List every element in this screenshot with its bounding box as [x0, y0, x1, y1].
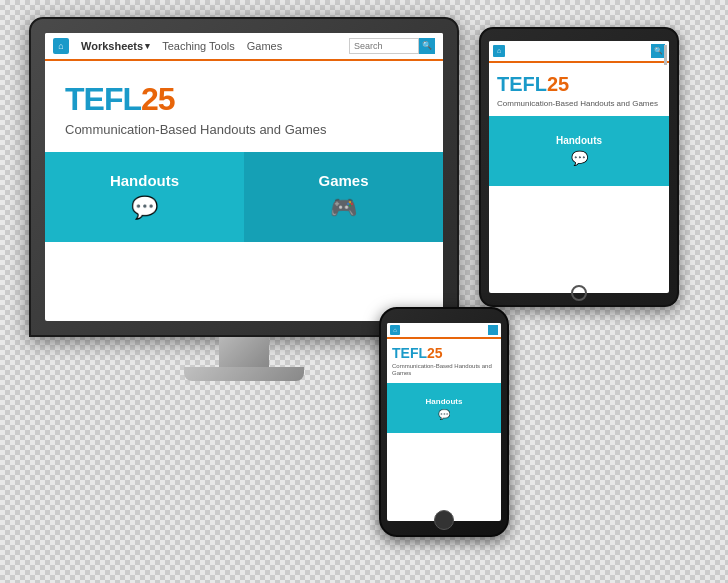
search-input[interactable] — [349, 38, 419, 54]
handouts-icon: 💬 — [131, 195, 158, 221]
games-label: Games — [318, 172, 368, 189]
tablet-categories: Handouts 💬 — [489, 116, 669, 186]
phone-title-blue: TEFL — [392, 345, 427, 361]
tablet-nav: ⌂ 🔍 — [489, 41, 669, 63]
search-button[interactable]: 🔍 — [419, 38, 435, 54]
phone-title-orange: 25 — [427, 345, 443, 361]
category-row: Handouts 💬 Games 🎮 — [45, 152, 443, 242]
phone-subtitle: Communication-Based Handouts and Games — [392, 363, 496, 379]
phone-categories: Handouts 💬 — [387, 383, 501, 433]
nav-worksheets[interactable]: Worksheets — [81, 40, 150, 52]
home-icon[interactable]: ⌂ — [53, 38, 69, 54]
handouts-button[interactable]: Handouts 💬 — [45, 152, 244, 242]
tablet-search-button[interactable]: 🔍 — [651, 44, 665, 58]
tablet-hero: TEFL25 Communication-Based Handouts and … — [489, 63, 669, 116]
nav-bar: ⌂ Worksheets Teaching Tools Games 🔍 — [45, 33, 443, 61]
nav-games[interactable]: Games — [247, 40, 282, 52]
games-icon: 🎮 — [330, 195, 357, 221]
tablet-handouts-icon: 💬 — [571, 150, 588, 166]
monitor-screen: ⌂ Worksheets Teaching Tools Games 🔍 TEFL… — [45, 33, 443, 321]
hero-section: TEFL25 Communication-Based Handouts and … — [45, 61, 443, 152]
phone-nav: ⌂ — [387, 323, 501, 339]
scene: ⌂ Worksheets Teaching Tools Games 🔍 TEFL… — [9, 7, 719, 577]
phone-title: TEFL25 — [392, 345, 496, 361]
phone-handouts-button[interactable]: Handouts 💬 — [387, 383, 501, 433]
phone-home-button[interactable] — [434, 510, 454, 530]
phone-hero: TEFL25 Communication-Based Handouts and … — [387, 339, 501, 384]
scrollbar-thumb — [664, 45, 667, 65]
monitor-neck — [219, 337, 269, 367]
phone: ⌂ TEFL25 Communication-Based Handouts an… — [379, 307, 509, 537]
phone-search-button[interactable] — [488, 325, 498, 335]
tablet-screen: ⌂ 🔍 TEFL25 Communication-Based Handouts … — [489, 41, 669, 293]
phone-handouts-label: Handouts — [426, 397, 463, 406]
phone-handouts-icon: 💬 — [438, 409, 450, 420]
tablet-title-orange: 25 — [547, 73, 569, 95]
nav-search: 🔍 — [349, 38, 435, 54]
monitor-frame: ⌂ Worksheets Teaching Tools Games 🔍 TEFL… — [29, 17, 459, 337]
tablet-handouts-label: Handouts — [556, 135, 602, 146]
hero-subtitle: Communication-Based Handouts and Games — [65, 122, 423, 137]
tablet: ⌂ 🔍 TEFL25 Communication-Based Handouts … — [479, 27, 679, 307]
phone-home-icon[interactable]: ⌂ — [390, 325, 400, 335]
hero-title-orange: 25 — [141, 81, 175, 117]
hero-title: TEFL25 — [65, 81, 423, 118]
tablet-title: TEFL25 — [497, 73, 661, 96]
nav-teaching-tools[interactable]: Teaching Tools — [162, 40, 235, 52]
tablet-handouts-button[interactable]: Handouts 💬 — [489, 116, 669, 186]
hero-title-blue: TEFL — [65, 81, 141, 117]
monitor-base — [184, 367, 304, 381]
phone-screen: ⌂ TEFL25 Communication-Based Handouts an… — [387, 323, 501, 521]
tablet-title-blue: TEFL — [497, 73, 547, 95]
tablet-subtitle: Communication-Based Handouts and Games — [497, 99, 661, 108]
games-button[interactable]: Games 🎮 — [244, 152, 443, 242]
tablet-home-icon[interactable]: ⌂ — [493, 45, 505, 57]
handouts-label: Handouts — [110, 172, 179, 189]
tablet-home-button[interactable] — [571, 285, 587, 301]
